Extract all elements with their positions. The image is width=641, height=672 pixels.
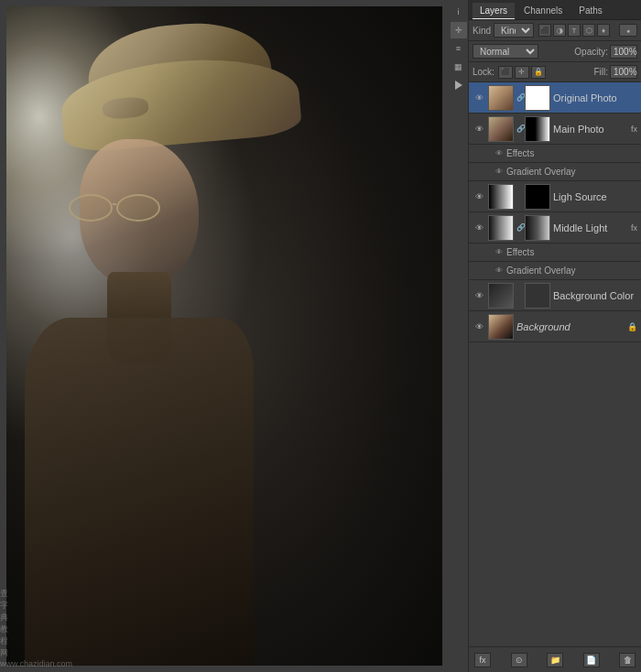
kind-label: Kind bbox=[473, 26, 491, 36]
sub-gradient-middle[interactable]: 👁 Gradient Overlay bbox=[469, 262, 641, 280]
eye-effects-main[interactable]: 👁 bbox=[494, 149, 504, 158]
add-fx-button[interactable]: fx bbox=[474, 653, 491, 667]
name-background: Background bbox=[516, 321, 625, 332]
text-filter-btn[interactable]: T bbox=[568, 24, 581, 37]
mask-original-photo bbox=[525, 85, 550, 111]
lock-icon-background: 🔒 bbox=[627, 322, 637, 331]
smart-filter-btn[interactable]: ♦ bbox=[597, 24, 610, 37]
filter-icons: ⬛ ◑ T ⬡ ♦ bbox=[538, 24, 610, 37]
mask-light-source bbox=[525, 184, 550, 210]
play-icon bbox=[455, 81, 462, 90]
eye-gradient-middle[interactable]: 👁 bbox=[494, 266, 504, 276]
canvas-area: 查字典教程网 www.chazidian.com bbox=[0, 0, 449, 672]
opacity-group: Opacity: 100% bbox=[574, 45, 637, 59]
opacity-value[interactable]: 100% bbox=[610, 45, 637, 59]
new-layer-button[interactable]: 📄 bbox=[583, 653, 600, 667]
options-tool[interactable]: ≡ bbox=[451, 40, 467, 57]
thumbnail-main-photo bbox=[488, 116, 514, 142]
lock-icons: ⬛ ✛ 🔒 bbox=[498, 66, 546, 79]
lock-label: Lock: bbox=[473, 67, 494, 77]
figure-body bbox=[25, 318, 254, 666]
mask-main-photo bbox=[525, 116, 550, 142]
layer-background[interactable]: 👁 Background 🔒 bbox=[469, 311, 641, 342]
pixel-filter-btn[interactable]: ⬛ bbox=[538, 24, 551, 37]
layer-main-photo[interactable]: 👁 🔗 Main Photo fx bbox=[469, 114, 641, 145]
eye-gradient-main[interactable]: 👁 bbox=[494, 168, 504, 177]
glasses-left-lens bbox=[69, 194, 113, 222]
glasses-right-lens bbox=[116, 194, 160, 222]
link-chain-original: 🔗 bbox=[516, 93, 522, 102]
fill-group: Fill: 100% bbox=[593, 65, 637, 79]
panel-tabs: Layers Channels Paths bbox=[469, 0, 641, 20]
sub-gradient-main[interactable]: 👁 Gradient Overlay bbox=[469, 163, 641, 181]
label-effects-middle: Effects bbox=[506, 247, 534, 257]
visibility-background-color[interactable]: 👁 bbox=[473, 289, 485, 302]
tab-paths[interactable]: Paths bbox=[571, 3, 610, 19]
fill-label: Fill: bbox=[593, 67, 608, 77]
blend-mode-select[interactable]: Normal bbox=[473, 44, 538, 59]
link-chain-middle: 🔗 bbox=[516, 223, 522, 232]
fx-main-photo: fx bbox=[631, 125, 637, 134]
name-middle-light: Middle Light bbox=[553, 222, 626, 233]
lock-pixels-btn[interactable]: ⬛ bbox=[498, 66, 513, 79]
move-tool[interactable]: ✛ bbox=[451, 22, 467, 38]
label-effects-main: Effects bbox=[506, 148, 534, 158]
sub-effects-middle[interactable]: 👁 Effects bbox=[469, 244, 641, 262]
lock-all-btn[interactable]: 🔒 bbox=[531, 66, 546, 79]
mask-middle-light bbox=[525, 215, 550, 241]
sub-effects-main[interactable]: 👁 Effects bbox=[469, 145, 641, 163]
layers-list: 👁 🔗 Original Photo 👁 🔗 Main Photo fx 👁 E… bbox=[469, 82, 641, 646]
toolbar: i ✛ ≡ ▦ bbox=[449, 0, 469, 672]
link-chain-main: 🔗 bbox=[516, 125, 522, 133]
filter-bar: Kind Kind ⬛ ◑ T ⬡ ♦ ● bbox=[469, 20, 641, 41]
lock-row: Lock: ⬛ ✛ 🔒 Fill: 100% bbox=[469, 62, 641, 82]
layers-panel: Layers Channels Paths Kind Kind ⬛ ◑ T ⬡ … bbox=[469, 0, 641, 672]
play-btn[interactable] bbox=[451, 77, 467, 93]
label-gradient-main: Gradient Overlay bbox=[506, 167, 576, 177]
fx-middle-light: fx bbox=[631, 223, 637, 233]
visibility-original-photo[interactable]: 👁 bbox=[473, 92, 485, 104]
add-mask-button[interactable]: ⊙ bbox=[511, 653, 527, 667]
tab-layers[interactable]: Layers bbox=[473, 3, 515, 19]
layers-tool[interactable]: ▦ bbox=[451, 59, 467, 75]
thumbnail-middle-light bbox=[488, 215, 514, 241]
name-light-source: Ligh Source bbox=[553, 191, 637, 202]
info-tool[interactable]: i bbox=[451, 4, 467, 20]
eye-effects-middle[interactable]: 👁 bbox=[494, 248, 504, 257]
photo-container bbox=[6, 6, 442, 666]
layer-background-color[interactable]: 👁 Background Color bbox=[469, 280, 641, 311]
name-background-color: Background Color bbox=[553, 290, 637, 301]
visibility-main-photo[interactable]: 👁 bbox=[473, 123, 485, 135]
lock-position-btn[interactable]: ✛ bbox=[515, 66, 529, 79]
visibility-background[interactable]: 👁 bbox=[473, 320, 485, 333]
panel-footer: fx ⊙ 📁 📄 🗑 bbox=[469, 646, 641, 672]
layer-light-source[interactable]: 👁 Ligh Source bbox=[469, 181, 641, 212]
kind-select[interactable]: Kind bbox=[494, 23, 534, 38]
thumbnail-original-photo bbox=[488, 85, 514, 111]
visibility-light-source[interactable]: 👁 bbox=[473, 190, 485, 203]
visibility-middle-light[interactable]: 👁 bbox=[473, 222, 485, 234]
new-group-button[interactable]: 📁 bbox=[547, 653, 563, 667]
layer-original-photo[interactable]: 👁 🔗 Original Photo bbox=[469, 82, 641, 114]
layer-middle-light[interactable]: 👁 🔗 Middle Light fx bbox=[469, 212, 641, 244]
filter-toggle[interactable]: ● bbox=[619, 24, 637, 37]
fill-value[interactable]: 100% bbox=[610, 65, 637, 79]
label-gradient-middle: Gradient Overlay bbox=[506, 266, 576, 276]
thumbnail-light-source bbox=[488, 184, 514, 210]
mask-background-color bbox=[525, 283, 550, 309]
delete-layer-button[interactable]: 🗑 bbox=[619, 653, 636, 667]
blend-mode-row: Normal Opacity: 100% bbox=[469, 41, 641, 62]
shape-filter-btn[interactable]: ⬡ bbox=[582, 24, 595, 37]
adjustment-filter-btn[interactable]: ◑ bbox=[553, 24, 566, 37]
name-original-photo: Original Photo bbox=[553, 92, 637, 103]
glasses bbox=[69, 194, 169, 226]
thumbnail-background-color bbox=[488, 283, 514, 309]
name-main-photo: Main Photo bbox=[553, 124, 626, 135]
thumbnail-background bbox=[488, 314, 514, 340]
opacity-label: Opacity: bbox=[574, 47, 608, 57]
tab-channels[interactable]: Channels bbox=[516, 3, 570, 19]
